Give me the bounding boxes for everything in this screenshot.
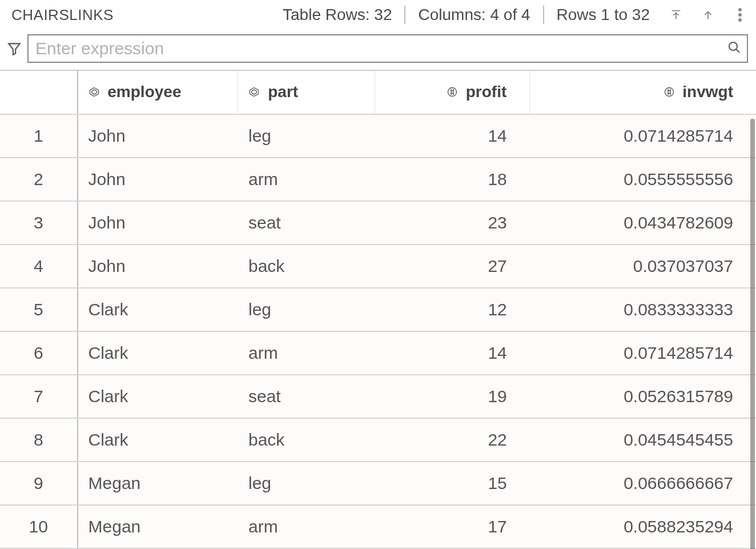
row-number-header (0, 71, 78, 114)
numeric-type-icon (447, 83, 458, 102)
svg-point-18 (665, 88, 673, 97)
cell-invwgt: 0.0555555556 (530, 158, 756, 201)
filter-row: Enter expression (0, 30, 756, 70)
cell-invwgt: 0.0714285714 (530, 331, 756, 375)
table-row[interactable]: 3Johnseat230.0434782609 (0, 201, 756, 245)
column-label: profit (466, 83, 507, 101)
table-header-bar: CHAIRSLINKS Table Rows: 32 Columns: 4 of… (0, 0, 756, 30)
cell-employee: John (78, 201, 238, 245)
cell-employee: Megan (78, 505, 238, 548)
data-table: employee part profit (0, 70, 756, 549)
row-number-cell: 3 (0, 201, 78, 245)
char-type-icon (89, 83, 100, 102)
table-range-info: Rows 1 to 32 (544, 6, 662, 24)
svg-point-4 (738, 13, 742, 17)
row-number-cell: 2 (0, 158, 78, 201)
cell-part: seat (238, 201, 375, 245)
cell-part: leg (238, 462, 375, 505)
cell-employee: John (78, 114, 238, 158)
row-number-cell: 6 (0, 331, 78, 375)
column-header-employee[interactable]: employee (78, 71, 238, 114)
row-number-cell: 7 (0, 375, 78, 418)
table-row[interactable]: 8Clarkback220.0454545455 (0, 418, 756, 462)
cell-profit: 27 (375, 245, 530, 288)
row-number-cell: 5 (0, 288, 78, 331)
column-label: employee (107, 83, 181, 101)
scrollbar-track[interactable] (750, 119, 755, 549)
cell-employee: Clark (78, 331, 238, 375)
column-label: invwgt (682, 83, 733, 101)
cell-invwgt: 0.0588235294 (530, 505, 756, 548)
cell-profit: 14 (375, 331, 530, 375)
svg-point-5 (738, 18, 742, 22)
table-row[interactable]: 6Clarkarm140.0714285714 (0, 331, 756, 375)
more-menu-icon[interactable] (730, 5, 750, 25)
cell-employee: Clark (78, 418, 238, 462)
cell-part: arm (238, 505, 375, 548)
column-label: part (268, 83, 298, 101)
cell-invwgt: 0.0714285714 (530, 114, 756, 158)
svg-marker-9 (90, 88, 98, 97)
table-row[interactable]: 9Meganleg150.0666666667 (0, 462, 756, 505)
table-rows-info: Table Rows: 32 (270, 6, 405, 24)
table-row[interactable]: 1Johnleg140.0714285714 (0, 114, 756, 158)
cell-invwgt: 0.037037037 (530, 245, 756, 288)
cell-profit: 22 (375, 418, 530, 462)
cell-invwgt: 0.0526315789 (530, 375, 756, 418)
row-number-cell: 1 (0, 114, 78, 158)
cell-part: leg (238, 114, 375, 158)
column-header-invwgt[interactable]: invwgt (530, 71, 756, 114)
search-icon[interactable] (727, 39, 741, 58)
cell-profit: 23 (375, 201, 530, 245)
table-columns-info: Columns: 4 of 4 (405, 6, 544, 24)
table-row[interactable]: 10Meganarm170.0588235294 (0, 505, 756, 548)
cell-part: back (238, 418, 375, 462)
filter-expression-input[interactable]: Enter expression (27, 34, 748, 63)
table-row[interactable]: 7Clarkseat190.0526315789 (0, 375, 756, 418)
svg-marker-11 (250, 88, 259, 97)
cell-profit: 14 (375, 114, 530, 158)
char-type-icon (248, 83, 260, 102)
table-row[interactable]: 2Johnarm180.0555555556 (0, 158, 756, 201)
cell-profit: 12 (375, 288, 530, 331)
row-number-cell: 9 (0, 462, 78, 505)
svg-marker-6 (9, 43, 20, 55)
cell-part: back (238, 245, 375, 288)
row-number-cell: 8 (0, 418, 78, 462)
svg-point-13 (448, 88, 456, 97)
cell-part: seat (238, 375, 375, 418)
column-header-part[interactable]: part (238, 71, 375, 114)
filter-icon[interactable] (6, 40, 23, 57)
table-row[interactable]: 5Clarkleg120.0833333333 (0, 288, 756, 331)
cell-part: leg (238, 288, 375, 331)
table-title: CHAIRSLINKS (11, 6, 114, 24)
cell-profit: 19 (375, 375, 530, 418)
cell-part: arm (238, 331, 375, 375)
svg-line-8 (736, 49, 739, 53)
cell-employee: Clark (78, 375, 238, 418)
scroll-to-top-icon[interactable] (666, 5, 686, 25)
filter-placeholder: Enter expression (35, 39, 164, 58)
cell-profit: 18 (375, 158, 530, 201)
table-row[interactable]: 4Johnback270.037037037 (0, 245, 756, 288)
cell-part: arm (238, 158, 375, 201)
svg-marker-12 (252, 90, 256, 94)
cell-employee: Clark (78, 288, 238, 331)
column-header-profit[interactable]: profit (375, 71, 530, 114)
cell-invwgt: 0.0434782609 (530, 201, 756, 245)
cell-invwgt: 0.0666666667 (530, 462, 756, 505)
cell-employee: John (78, 245, 238, 288)
cell-profit: 15 (375, 462, 530, 505)
row-number-cell: 4 (0, 245, 78, 288)
svg-point-7 (729, 42, 737, 50)
row-number-cell: 10 (0, 505, 78, 548)
scroll-up-icon[interactable] (698, 5, 718, 25)
svg-marker-10 (91, 90, 96, 94)
column-header-row: employee part profit (0, 71, 756, 114)
cell-invwgt: 0.0454545455 (530, 418, 756, 462)
cell-employee: John (78, 158, 238, 201)
numeric-type-icon (663, 83, 675, 102)
cell-employee: Megan (78, 462, 238, 505)
cell-invwgt: 0.0833333333 (530, 288, 756, 331)
svg-point-3 (738, 8, 742, 11)
